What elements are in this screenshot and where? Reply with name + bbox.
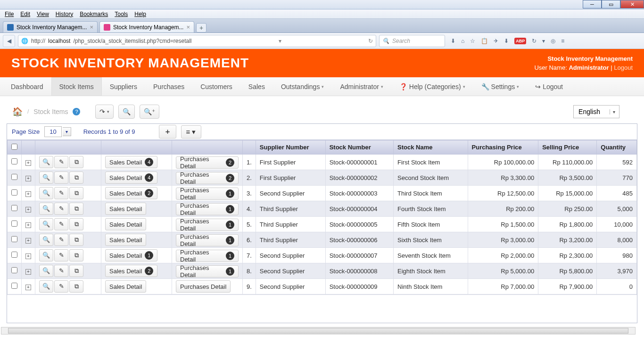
sales-detail-button[interactable]: Sales Detail2 bbox=[105, 265, 157, 277]
view-button[interactable]: 🔍 bbox=[39, 249, 53, 261]
save-icon[interactable]: ⬇ bbox=[504, 38, 509, 44]
nav-item[interactable]: Suppliers bbox=[102, 77, 145, 96]
copy-button[interactable]: ⧉ bbox=[69, 234, 83, 246]
row-checkbox[interactable] bbox=[11, 236, 17, 242]
menu-icon[interactable]: ≡ bbox=[561, 38, 564, 44]
reload-icon[interactable]: ↻ bbox=[368, 38, 373, 44]
nav-item[interactable]: Customers bbox=[192, 77, 240, 96]
col-purchprice[interactable]: Purchasing Price bbox=[468, 140, 538, 155]
row-checkbox[interactable] bbox=[11, 174, 17, 180]
nav-item[interactable]: Stock Items bbox=[51, 77, 102, 96]
col-stockname[interactable]: Stock Name bbox=[394, 140, 468, 155]
purchases-detail-button[interactable]: Purchases Detail1 bbox=[176, 188, 239, 200]
view-button[interactable]: 🔍 bbox=[39, 265, 53, 277]
search-button[interactable]: 🔍 bbox=[118, 105, 135, 119]
sales-detail-button[interactable]: Sales Detail4 bbox=[105, 172, 157, 184]
view-button[interactable]: 🔍 bbox=[39, 172, 53, 184]
edit-button[interactable]: ✎ bbox=[54, 218, 68, 230]
nav-item[interactable]: ↪ Logout bbox=[527, 77, 571, 96]
edit-button[interactable]: ✎ bbox=[54, 187, 68, 199]
row-checkbox[interactable] bbox=[11, 205, 17, 211]
close-icon[interactable]: × bbox=[90, 24, 93, 31]
purchases-detail-button[interactable]: Purchases Detail2 bbox=[176, 156, 239, 169]
home-icon[interactable]: 🏠 bbox=[12, 106, 23, 117]
edit-button[interactable]: ✎ bbox=[54, 249, 68, 261]
home-icon[interactable]: ⌂ bbox=[461, 38, 464, 44]
os-menu-item[interactable]: File bbox=[2, 10, 17, 18]
sales-detail-button[interactable]: Sales Detail2 bbox=[105, 187, 157, 199]
purchases-detail-button[interactable]: Purchases Detail bbox=[176, 280, 231, 293]
browser-tab-0[interactable]: Stock Inventory Managem... × bbox=[3, 21, 98, 33]
browser-tab-1[interactable]: Stock Inventory Managem... × bbox=[99, 21, 194, 33]
clipboard-icon[interactable]: 📋 bbox=[481, 38, 488, 44]
col-stocknum[interactable]: Stock Number bbox=[325, 140, 393, 155]
sales-detail-button[interactable]: Sales Detail1 bbox=[105, 249, 157, 261]
expand-icon[interactable]: + bbox=[25, 176, 31, 181]
col-supplier[interactable]: Supplier Number bbox=[256, 140, 325, 155]
copy-button[interactable]: ⧉ bbox=[69, 218, 83, 230]
dropdown-icon[interactable]: ▾ bbox=[279, 38, 281, 44]
help-icon[interactable]: ? bbox=[73, 108, 80, 115]
view-button[interactable]: 🔍 bbox=[39, 156, 53, 168]
purchases-detail-button[interactable]: Purchases Detail1 bbox=[176, 250, 239, 262]
row-checkbox[interactable] bbox=[11, 267, 17, 273]
row-checkbox[interactable] bbox=[11, 220, 17, 227]
edit-button[interactable]: ✎ bbox=[54, 280, 68, 293]
os-menu-item[interactable]: Edit bbox=[17, 10, 33, 18]
purchases-detail-button[interactable]: Purchases Detail2 bbox=[176, 172, 239, 184]
col-sellprice[interactable]: Selling Price bbox=[538, 140, 597, 155]
os-menu-item[interactable]: Tools bbox=[112, 10, 131, 18]
copy-button[interactable]: ⧉ bbox=[69, 187, 83, 199]
copy-button[interactable]: ⧉ bbox=[69, 156, 83, 168]
nav-item[interactable]: 🔧 Settings ▾ bbox=[473, 77, 528, 96]
target-icon[interactable]: ◎ bbox=[551, 38, 555, 44]
sales-detail-button[interactable]: Sales Detail bbox=[105, 280, 146, 293]
purchases-detail-button[interactable]: Purchases Detail1 bbox=[176, 234, 239, 246]
sales-detail-button[interactable]: Sales Detail bbox=[105, 218, 146, 230]
expand-icon[interactable]: + bbox=[25, 269, 31, 275]
copy-button[interactable]: ⧉ bbox=[69, 172, 83, 184]
expand-icon[interactable]: + bbox=[25, 160, 31, 166]
nav-item[interactable]: Administrator ▾ bbox=[332, 77, 391, 96]
os-menu-item[interactable]: History bbox=[53, 10, 76, 18]
view-button[interactable]: 🔍 bbox=[39, 187, 53, 199]
edit-button[interactable]: ✎ bbox=[54, 156, 68, 168]
page-size-select[interactable]: 10 ▾ bbox=[44, 126, 71, 137]
star-icon[interactable]: ☆ bbox=[470, 38, 475, 44]
view-button[interactable]: 🔍 bbox=[39, 234, 53, 246]
nav-item[interactable]: Dashboard bbox=[3, 77, 51, 96]
dropdown-icon[interactable]: ▾ bbox=[542, 38, 545, 44]
view-button[interactable]: 🔍 bbox=[39, 203, 53, 215]
copy-button[interactable]: ⧉ bbox=[69, 280, 83, 293]
add-button[interactable]: ＋ bbox=[159, 125, 176, 139]
expand-icon[interactable]: + bbox=[25, 238, 31, 244]
view-button[interactable]: 🔍 bbox=[39, 280, 53, 293]
edit-button[interactable]: ✎ bbox=[54, 265, 68, 277]
row-checkbox[interactable] bbox=[11, 189, 17, 196]
purchases-detail-button[interactable]: Purchases Detail1 bbox=[176, 219, 239, 231]
edit-button[interactable]: ✎ bbox=[54, 234, 68, 246]
window-close[interactable]: ✕ bbox=[620, 0, 644, 8]
copy-button[interactable]: ⧉ bbox=[69, 203, 83, 215]
purchases-detail-button[interactable]: Purchases Detail1 bbox=[176, 265, 239, 278]
expand-icon[interactable]: + bbox=[25, 191, 31, 197]
window-maximize[interactable]: ▭ bbox=[602, 0, 620, 8]
download-icon[interactable]: ⬇ bbox=[451, 38, 455, 44]
list-menu-button[interactable]: ≡ ▾ bbox=[181, 125, 201, 139]
nav-item[interactable]: ❓ Help (Categories) ▾ bbox=[391, 77, 473, 96]
language-select[interactable]: English ▾ bbox=[573, 105, 619, 118]
close-icon[interactable]: × bbox=[186, 24, 190, 31]
nav-item[interactable]: Outstandings ▾ bbox=[273, 77, 332, 96]
os-menu-item[interactable]: Bookmarks bbox=[77, 10, 111, 18]
sales-detail-button[interactable]: Sales Detail4 bbox=[105, 156, 157, 168]
url-input[interactable]: 🌐 http://localhost/php_stock/a_stock_ite… bbox=[18, 35, 376, 47]
sales-detail-button[interactable]: Sales Detail bbox=[105, 234, 146, 246]
os-menu-item[interactable]: View bbox=[34, 10, 52, 18]
edit-button[interactable]: ✎ bbox=[54, 172, 68, 184]
new-tab-button[interactable]: + bbox=[196, 23, 206, 33]
row-checkbox[interactable] bbox=[11, 252, 17, 258]
expand-icon[interactable]: + bbox=[25, 285, 31, 290]
abp-icon[interactable]: ABP bbox=[514, 38, 526, 44]
expand-icon[interactable]: + bbox=[25, 253, 31, 259]
purchases-detail-button[interactable]: Purchases Detail1 bbox=[176, 203, 239, 215]
